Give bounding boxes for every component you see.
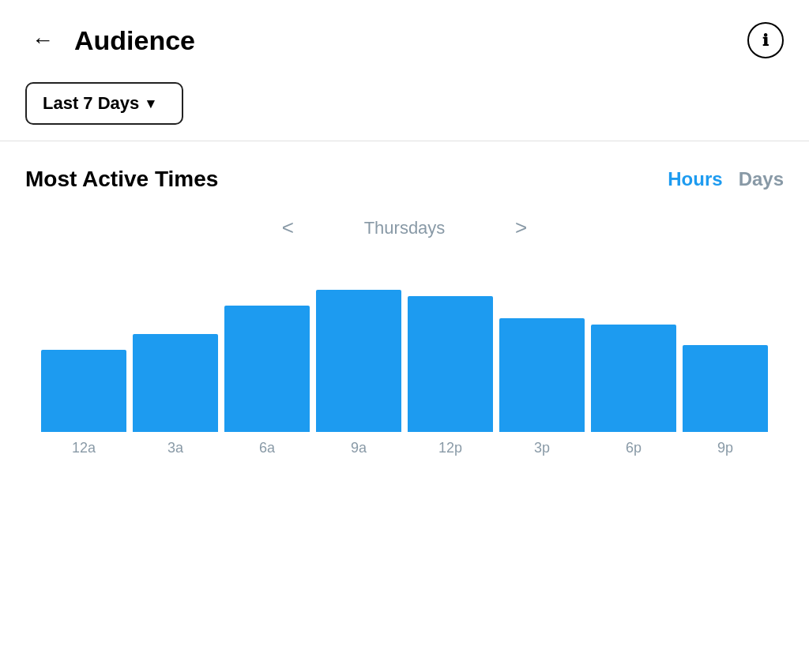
chart-bar [591,325,676,432]
section-title: Most Active Times [25,167,218,192]
chart-bar [224,306,310,432]
bar-label: 12p [438,440,462,456]
bar-col: 9a [316,267,401,456]
chart-bar [499,318,585,432]
info-button[interactable]: ℹ [747,22,784,58]
bar-label: 9a [351,440,367,456]
bar-col: 3p [499,267,585,456]
active-times-section: Most Active Times Hours Days < Thursdays… [0,141,809,472]
toggle-group: Hours Days [668,165,784,193]
filter-label: Last 7 Days [43,93,139,114]
chart-bar [683,345,768,432]
bar-col: 9p [683,267,768,456]
next-day-button[interactable]: > [507,212,535,243]
chart-bar [41,350,126,432]
bar-chart-container: 12a3a6a9a12p3p6p9p [25,267,784,456]
filter-row: Last 7 Days ▾ [0,74,809,141]
bar-chart: 12a3a6a9a12p3p6p9p [41,267,768,456]
bar-label: 9p [717,440,733,456]
bar-col: 12a [41,267,126,456]
section-header: Most Active Times Hours Days [25,165,784,193]
back-button[interactable]: ← [25,24,60,56]
bar-label: 6a [259,440,275,456]
bar-col: 12p [408,267,493,456]
bar-col: 6p [591,267,676,456]
day-navigation: < Thursdays > [25,212,784,243]
bar-col: 6a [224,267,310,456]
chart-bar [316,290,401,432]
current-day-label: Thursdays [333,218,476,238]
chevron-down-icon: ▾ [147,95,154,112]
info-icon: ℹ [762,31,769,50]
date-filter-dropdown[interactable]: Last 7 Days ▾ [25,82,183,125]
chart-bar [133,334,218,432]
bar-label: 6p [626,440,642,456]
chart-bar [408,296,493,432]
header: ← Audience ℹ [0,0,809,74]
bar-label: 12a [72,440,96,456]
prev-day-button[interactable]: < [274,212,302,243]
toggle-days-button[interactable]: Days [739,165,784,193]
bar-col: 3a [133,267,218,456]
bar-label: 3a [167,440,183,456]
page-title: Audience [74,25,747,56]
bar-label: 3p [534,440,550,456]
toggle-hours-button[interactable]: Hours [668,165,722,193]
